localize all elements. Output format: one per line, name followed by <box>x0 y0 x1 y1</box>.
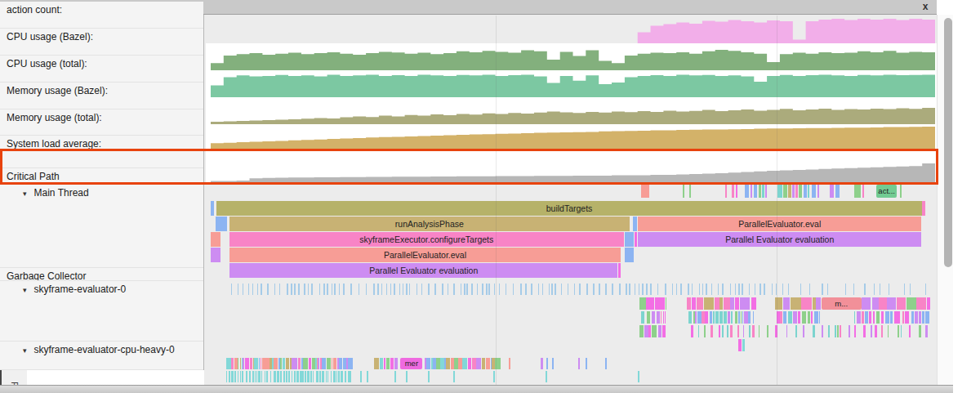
evaluator0-slice[interactable] <box>748 311 751 324</box>
cpu-heavy-slice[interactable] <box>266 358 269 369</box>
cpu-heavy-slice[interactable] <box>316 371 318 382</box>
gc-event-tick[interactable] <box>626 284 627 295</box>
gc-event-tick[interactable] <box>243 284 244 295</box>
slice-badge[interactable]: act... <box>876 185 897 198</box>
flame-slice[interactable] <box>618 263 621 278</box>
evaluator0-slice[interactable] <box>783 297 790 310</box>
cpu-heavy-slice[interactable] <box>242 371 244 382</box>
evaluator0-slice[interactable] <box>873 311 874 324</box>
gc-event-tick[interactable] <box>279 284 281 295</box>
gc-event-tick[interactable] <box>639 284 640 295</box>
flame-slice[interactable]: ParallelEvaluator.eval <box>229 248 621 262</box>
evaluator0-slice[interactable] <box>798 311 800 324</box>
cpu-heavy-slice[interactable] <box>231 358 234 369</box>
evaluator0-slice[interactable] <box>719 297 723 310</box>
gc-event-tick[interactable] <box>513 284 514 295</box>
gc-event-tick[interactable] <box>294 284 296 295</box>
evaluator0-slice[interactable] <box>719 325 720 337</box>
flame-slice[interactable]: skyframeExecutor.configureTargets <box>229 232 624 247</box>
evaluator0-slice[interactable] <box>719 311 723 324</box>
gc-event-tick[interactable] <box>665 284 666 295</box>
cpu-heavy-slice[interactable] <box>292 358 296 369</box>
flame-slice[interactable]: runAnalysisPhase <box>229 217 630 231</box>
gc-event-tick[interactable] <box>692 284 693 295</box>
gc-event-tick[interactable] <box>738 284 740 295</box>
cpu-heavy-slice[interactable] <box>286 371 287 382</box>
cpu-heavy-slice[interactable] <box>327 371 328 382</box>
cpu-heavy-slice[interactable] <box>309 358 312 369</box>
evaluator0-slice[interactable] <box>658 325 661 337</box>
gc-event-tick[interactable] <box>308 284 310 295</box>
cpu-heavy-slice[interactable] <box>280 371 282 382</box>
critical-path-slice[interactable] <box>900 185 902 198</box>
critical-path-slice[interactable] <box>799 185 802 198</box>
gc-event-tick[interactable] <box>635 284 636 295</box>
evaluator0-slice[interactable] <box>687 297 691 310</box>
evaluator0-slice[interactable] <box>819 311 820 324</box>
critical-path-slice[interactable] <box>862 185 864 198</box>
cpu-heavy-slice[interactable] <box>300 371 302 382</box>
evaluator0-slice[interactable] <box>730 325 732 337</box>
gc-event-tick[interactable] <box>488 284 490 295</box>
evaluator0-slice[interactable] <box>724 297 730 310</box>
gc-event-tick[interactable] <box>574 284 576 295</box>
cpu-heavy-slice[interactable] <box>266 371 268 382</box>
gc-event-tick[interactable] <box>538 284 540 295</box>
gc-event-tick[interactable] <box>853 284 855 295</box>
evaluator0-slice[interactable] <box>828 325 830 337</box>
evaluator0-slice[interactable] <box>906 297 916 310</box>
gc-event-tick[interactable] <box>390 284 392 295</box>
gc-event-tick[interactable] <box>323 284 325 295</box>
evaluator0-slice[interactable] <box>854 311 855 324</box>
gc-event-tick[interactable] <box>394 284 395 295</box>
cpu-heavy-slice[interactable] <box>331 371 332 382</box>
evaluator0-slice[interactable] <box>655 297 665 310</box>
gc-event-tick[interactable] <box>650 284 652 295</box>
cpu-heavy-slice[interactable] <box>274 358 278 369</box>
critical-path-slice[interactable] <box>777 185 782 198</box>
critical-path-slice[interactable] <box>689 185 691 198</box>
critical-path-slice[interactable] <box>808 185 809 198</box>
cpu-heavy-slice[interactable] <box>367 371 368 382</box>
cpu-heavy-slice[interactable] <box>234 371 235 382</box>
gc-event-tick[interactable] <box>845 284 847 295</box>
gc-event-tick[interactable] <box>568 284 569 295</box>
cpu-heavy-slice[interactable] <box>338 371 340 382</box>
cpu-heavy-slice[interactable] <box>229 371 229 382</box>
critical-path-slice[interactable] <box>812 185 816 198</box>
cpu-heavy-slice[interactable] <box>394 358 398 369</box>
evaluator0-slice[interactable] <box>780 311 782 324</box>
gc-event-tick[interactable] <box>586 284 588 295</box>
evaluator0-slice[interactable] <box>724 311 727 324</box>
evaluator0-slice[interactable] <box>775 325 777 337</box>
evaluator0-slice[interactable] <box>822 325 824 337</box>
flame-slice[interactable]: buildTargets <box>216 201 922 216</box>
flame-slice[interactable] <box>216 217 227 231</box>
evaluator0-slice[interactable] <box>737 325 739 337</box>
evaluator0-slice[interactable] <box>665 311 666 324</box>
evaluator0-slice[interactable] <box>698 325 700 337</box>
gc-event-tick[interactable] <box>788 284 790 295</box>
gc-event-tick[interactable] <box>461 284 462 295</box>
evaluator0-slice[interactable] <box>735 297 739 310</box>
gc-event-tick[interactable] <box>506 284 507 295</box>
evaluator0-slice[interactable] <box>816 297 821 310</box>
evaluator0-slice[interactable] <box>715 297 719 310</box>
cpu-heavy-slice[interactable] <box>283 358 286 369</box>
gc-event-tick[interactable] <box>248 284 250 295</box>
cpu-heavy-slice[interactable] <box>226 371 228 382</box>
cpu-heavy-slice[interactable] <box>426 358 430 369</box>
evaluator0-slice[interactable] <box>885 311 889 324</box>
gc-event-tick[interactable] <box>477 284 479 295</box>
evaluator0-slice[interactable] <box>740 297 751 310</box>
gc-event-tick[interactable] <box>359 284 360 295</box>
cpu-heavy-slice[interactable] <box>256 371 257 382</box>
evaluator0-slice[interactable] <box>869 311 871 324</box>
gc-event-tick[interactable] <box>680 284 682 295</box>
cpu-heavy-slice[interactable] <box>261 371 262 382</box>
evaluator0-slice[interactable] <box>652 325 657 337</box>
critical-path-slice[interactable] <box>783 185 787 198</box>
evaluator0-slice[interactable] <box>775 297 782 310</box>
gc-event-tick[interactable] <box>466 284 468 295</box>
critical-path-slice[interactable] <box>830 185 834 198</box>
